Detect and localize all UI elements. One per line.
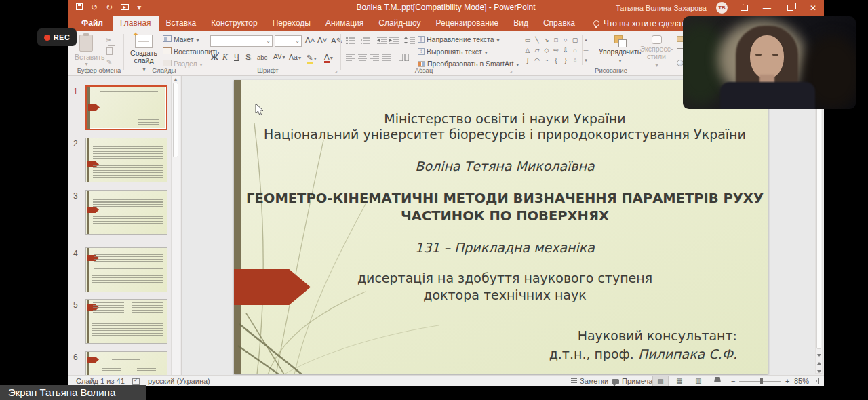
font-color-button[interactable]: А▾ bbox=[324, 53, 333, 61]
shape-star-icon[interactable]: ☆ bbox=[570, 55, 580, 65]
reading-view-button[interactable]: ▥ bbox=[690, 376, 707, 386]
shape-arrow-right-icon[interactable]: ⇨ bbox=[551, 45, 561, 55]
cut-button[interactable]: ✂ bbox=[106, 36, 112, 45]
tab-insert[interactable]: Вставка bbox=[159, 16, 204, 31]
shapes-gallery[interactable]: ▭ ╲ ↘ □ ○ ▢ △ ▱ ◇ ⇨ ⇩ ⌂ ∫ ◠ ~ { } ☆ bbox=[523, 35, 581, 65]
shape-rounded-rectangle-icon[interactable]: ▢ bbox=[570, 35, 580, 45]
next-slide-button[interactable] bbox=[816, 363, 822, 372]
spellcheck-button[interactable] bbox=[132, 377, 140, 385]
shape-oval-icon[interactable]: ○ bbox=[561, 35, 570, 45]
arrange-button[interactable]: Упорядочить ▾ bbox=[598, 35, 642, 64]
decrease-font-button[interactable]: A˅ bbox=[317, 36, 327, 44]
slide-sorter-view-button[interactable]: ▦ bbox=[671, 376, 688, 386]
slide-thumbnail-1[interactable] bbox=[85, 85, 167, 130]
shapes-scrollbar[interactable]: ▴—▾ bbox=[582, 35, 589, 65]
shape-home-icon[interactable]: ⌂ bbox=[570, 45, 580, 55]
shape-line-icon[interactable]: ╲ bbox=[532, 35, 542, 45]
ribbon-display-options-button[interactable] bbox=[737, 3, 751, 13]
text-direction-button[interactable]: Направление текста ▾ bbox=[418, 35, 499, 43]
tab-help[interactable]: Справка bbox=[536, 16, 583, 31]
previous-slide-button[interactable] bbox=[816, 355, 822, 363]
shape-brace-left-icon[interactable]: { bbox=[551, 55, 561, 65]
quick-styles-button[interactable]: Экспресс-стили ▾ bbox=[639, 35, 674, 68]
align-text-button[interactable]: Выровнять текст ▾ bbox=[418, 47, 488, 56]
line-spacing-button[interactable] bbox=[404, 37, 415, 44]
tab-design[interactable]: Конструктор bbox=[203, 16, 264, 31]
font-dialog-launcher[interactable]: ⌟ bbox=[335, 67, 338, 73]
slideshow-view-button[interactable] bbox=[709, 376, 726, 386]
slide-thumbnail-5[interactable] bbox=[85, 299, 167, 344]
paragraph-dialog-launcher[interactable]: ⌟ bbox=[510, 67, 513, 73]
clipboard-dialog-launcher[interactable]: ⌟ bbox=[118, 67, 121, 73]
text-shadow-button[interactable]: S bbox=[245, 53, 251, 61]
restore-button[interactable] bbox=[783, 3, 797, 13]
align-center-button[interactable] bbox=[358, 54, 367, 61]
slide-canvas[interactable]: Міністерство освіти і науки України Наці… bbox=[234, 80, 768, 374]
tab-view[interactable]: Вид bbox=[506, 16, 536, 31]
thumbnail-scrollbar[interactable]: ▲ bbox=[171, 76, 180, 375]
shape-arrow-down-icon[interactable]: ⇩ bbox=[561, 45, 570, 55]
slide-thumbnail-4[interactable] bbox=[85, 247, 167, 292]
shape-triangle-icon[interactable]: △ bbox=[523, 45, 532, 55]
account-avatar[interactable]: ТВ bbox=[716, 2, 728, 14]
font-size-combo[interactable]: ⌄ bbox=[275, 35, 302, 47]
zoom-in-button[interactable]: + bbox=[785, 377, 789, 385]
notes-toggle[interactable]: Заметки bbox=[571, 377, 608, 385]
slide-thumbnail-6[interactable] bbox=[85, 351, 167, 375]
align-left-button[interactable] bbox=[346, 54, 355, 61]
shape-scribble-icon[interactable]: ∫ bbox=[523, 55, 532, 65]
increase-indent-button[interactable] bbox=[389, 37, 399, 44]
layout-button[interactable]: Макет ▾ bbox=[163, 35, 199, 43]
shape-rectangle-icon[interactable]: □ bbox=[551, 35, 561, 45]
shape-diamond-icon[interactable]: ◇ bbox=[542, 45, 551, 55]
strikethrough-button[interactable]: abc bbox=[257, 54, 267, 61]
language-indicator[interactable]: русский (Украина) bbox=[148, 377, 210, 385]
columns-button[interactable] bbox=[399, 54, 409, 61]
justify-button[interactable] bbox=[382, 54, 391, 61]
customize-qat-button[interactable]: ▾ bbox=[137, 3, 141, 12]
editor-scrollbar[interactable] bbox=[815, 77, 823, 374]
shape-textbox-icon[interactable]: ▭ bbox=[523, 35, 532, 45]
bullets-button[interactable] bbox=[346, 37, 355, 44]
scroll-down-button[interactable] bbox=[816, 347, 822, 355]
character-spacing-button[interactable]: AV▾ bbox=[273, 53, 285, 60]
tab-file[interactable]: Файл bbox=[72, 16, 113, 31]
shape-curve-icon[interactable]: ~ bbox=[542, 55, 551, 65]
tab-home[interactable]: Главная bbox=[113, 16, 159, 31]
tell-me-box[interactable]: Что вы хотите сделать? bbox=[593, 16, 694, 31]
shape-brace-right-icon[interactable]: } bbox=[561, 55, 570, 65]
format-painter-button[interactable]: ✎ bbox=[106, 58, 112, 66]
redo-button[interactable]: ↻ bbox=[106, 3, 113, 12]
tab-review[interactable]: Рецензирование bbox=[429, 16, 507, 31]
zoom-slider-thumb[interactable] bbox=[760, 378, 763, 384]
numbering-button[interactable] bbox=[361, 37, 370, 44]
thumbnail-scrollbar-thumb[interactable] bbox=[173, 83, 178, 157]
zoom-percentage[interactable]: 85% bbox=[794, 377, 809, 385]
underline-button[interactable]: Ч bbox=[234, 53, 239, 61]
copy-button[interactable] bbox=[106, 47, 113, 55]
save-button[interactable] bbox=[76, 3, 83, 12]
shape-arc-icon[interactable]: ◠ bbox=[532, 55, 542, 65]
undo-button[interactable]: ↺ bbox=[91, 3, 98, 12]
paste-button[interactable]: Вставить ▾ bbox=[75, 35, 98, 67]
italic-button[interactable]: К bbox=[222, 53, 228, 61]
shape-arrow-icon[interactable]: ↘ bbox=[542, 35, 551, 45]
change-case-button[interactable]: Аа▾ bbox=[289, 53, 301, 61]
zoom-out-button[interactable]: − bbox=[731, 377, 735, 385]
fit-to-window-button[interactable] bbox=[812, 378, 819, 386]
close-button[interactable]: ✕ bbox=[806, 3, 820, 13]
normal-view-button[interactable]: ▤ bbox=[652, 376, 669, 386]
tab-transitions[interactable]: Переходы bbox=[265, 16, 318, 31]
tab-slideshow[interactable]: Слайд-шоу bbox=[371, 16, 428, 31]
start-slideshow-button[interactable] bbox=[121, 3, 129, 12]
align-right-button[interactable] bbox=[370, 54, 379, 61]
slide-thumbnail-3[interactable] bbox=[85, 190, 167, 235]
decrease-indent-button[interactable] bbox=[377, 37, 387, 44]
increase-font-button[interactable]: A˄ bbox=[305, 36, 315, 44]
minimize-button[interactable]: — bbox=[760, 3, 774, 13]
shape-parallelogram-icon[interactable]: ▱ bbox=[532, 45, 542, 55]
tab-animations[interactable]: Анимация bbox=[318, 16, 371, 31]
editor-scrollbar-thumb[interactable] bbox=[816, 79, 821, 349]
highlight-button[interactable]: ✎▾ bbox=[307, 53, 317, 62]
slide-thumbnail-2[interactable] bbox=[85, 138, 167, 182]
